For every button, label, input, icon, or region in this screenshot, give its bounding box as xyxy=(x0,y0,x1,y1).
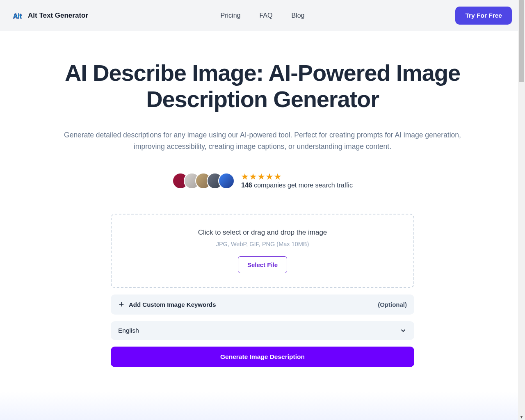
page-title: AI Describe Image: AI-Powered Image Desc… xyxy=(50,60,475,113)
rating-text: 146 companies get more search traffic xyxy=(241,182,353,189)
keywords-toggle[interactable]: Add Custom Image Keywords (Optional) xyxy=(111,294,414,315)
company-count: 146 xyxy=(241,182,252,189)
scroll-down-icon[interactable]: ▼ xyxy=(519,414,524,420)
svg-text:Alt: Alt xyxy=(13,13,22,20)
star-icon xyxy=(249,173,257,180)
nav-faq[interactable]: FAQ xyxy=(259,12,272,19)
generate-button[interactable]: Generate Image Description xyxy=(111,347,414,367)
main: AI Describe Image: AI-Powered Image Desc… xyxy=(37,31,488,392)
dropzone-hint: JPG, WebP, GIF, PNG (Max 10MB) xyxy=(120,241,405,247)
plus-icon xyxy=(118,301,125,308)
form-container: Click to select or drag and drop the ima… xyxy=(111,214,414,367)
header: Alt Alt Text Generator Pricing FAQ Blog … xyxy=(0,0,525,31)
language-select[interactable]: English xyxy=(111,321,414,340)
footer-gradient xyxy=(0,392,525,420)
rating-block: 146 companies get more search traffic xyxy=(241,173,353,189)
chevron-down-icon xyxy=(399,327,407,334)
optional-label: (Optional) xyxy=(378,301,407,308)
star-icon xyxy=(274,173,281,180)
file-dropzone[interactable]: Click to select or drag and drop the ima… xyxy=(111,214,414,288)
social-proof: 146 companies get more search traffic xyxy=(50,173,475,189)
scrollbar[interactable]: ▼ xyxy=(518,0,525,420)
keywords-left: Add Custom Image Keywords xyxy=(118,301,216,308)
scroll-thumb[interactable] xyxy=(519,0,524,82)
nav: Pricing FAQ Blog xyxy=(221,12,305,19)
try-free-button[interactable]: Try For Free xyxy=(455,7,512,25)
avatar-stack xyxy=(172,173,235,189)
keywords-label: Add Custom Image Keywords xyxy=(129,301,216,308)
brand-text: Alt Text Generator xyxy=(28,11,88,20)
nav-blog[interactable]: Blog xyxy=(291,12,304,19)
company-text: companies get more search traffic xyxy=(252,182,353,189)
select-file-button[interactable]: Select File xyxy=(238,256,287,273)
nav-pricing[interactable]: Pricing xyxy=(221,12,241,19)
logo-icon: Alt xyxy=(13,10,25,21)
language-selected: English xyxy=(118,327,139,334)
brand[interactable]: Alt Alt Text Generator xyxy=(13,10,88,21)
dropzone-title: Click to select or drag and drop the ima… xyxy=(120,228,405,237)
star-rating xyxy=(241,173,353,180)
star-icon xyxy=(266,173,273,180)
star-icon xyxy=(241,173,249,180)
star-icon xyxy=(258,173,265,180)
page-subtitle: Generate detailed descriptions for any i… xyxy=(50,129,475,152)
avatar xyxy=(218,173,235,189)
